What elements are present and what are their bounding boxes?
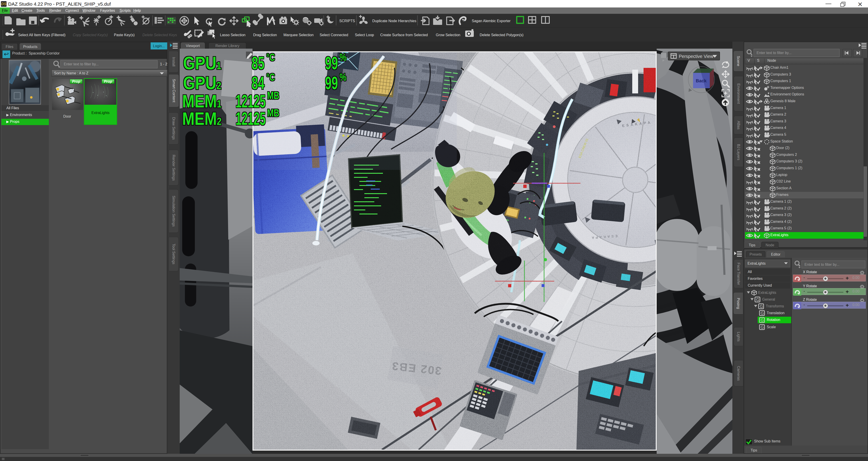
svg-text:Back: Back <box>696 78 707 83</box>
svg-text:Perspective View: Perspective View <box>679 54 714 59</box>
svg-text:P: P <box>462 20 465 24</box>
